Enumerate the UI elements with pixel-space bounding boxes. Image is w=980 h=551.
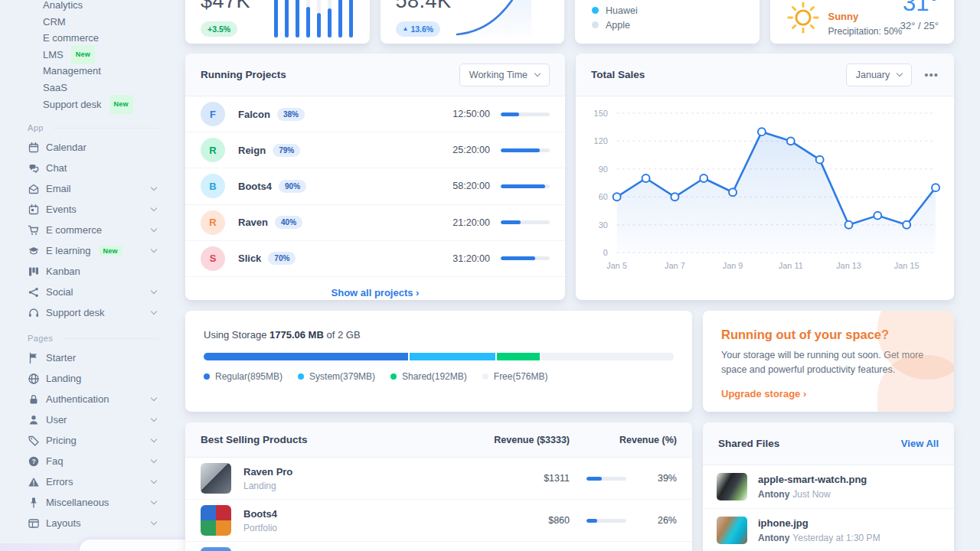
product-row[interactable]: Boots4Portfolio$86026% (185, 500, 692, 542)
total-sales-chart: 0306090120150Jan 5Jan 7Jan 9Jan 11Jan 13… (576, 96, 954, 280)
product-thumbnail (201, 463, 231, 494)
sidebar-item-chat[interactable]: Chat (0, 158, 184, 178)
sidebar-item-miscellaneous[interactable]: Miscellaneous (0, 492, 184, 513)
product-row[interactable]: Raven ProLanding$131139% (185, 458, 692, 500)
legend-label: Free(576MB) (494, 371, 548, 382)
cart-icon (28, 224, 40, 236)
working-time-select[interactable]: Working Time (459, 64, 550, 86)
sidebar-item-errors[interactable]: Errors (0, 471, 184, 492)
project-time: 31:20:00 (452, 253, 490, 264)
progress-bar (501, 184, 550, 188)
kanban-icon (28, 266, 40, 278)
bar (306, 7, 310, 37)
sidebar-item-layouts[interactable]: Layouts (0, 513, 184, 533)
chevron-down-icon (151, 457, 157, 463)
sidebar-item-analytics[interactable]: Analytics (0, 0, 184, 14)
sidebar-item-label: LMS (43, 47, 64, 64)
bar-track (349, 0, 353, 37)
bar-track (338, 0, 342, 37)
more-menu-icon[interactable]: ••• (924, 68, 939, 81)
sidebar-item-e-learning[interactable]: E learningNew (0, 240, 184, 261)
sidebar-item-lms[interactable]: LMSNew (0, 47, 184, 64)
progress-fill (501, 148, 540, 152)
svg-text:60: 60 (599, 192, 608, 201)
svg-text:Jan 7: Jan 7 (665, 261, 685, 270)
legend-label: System(379MB) (309, 371, 375, 382)
month-select[interactable]: January (846, 64, 912, 86)
card-title: Running Projects (201, 69, 286, 80)
section-label-text: App (28, 123, 44, 132)
view-all-link[interactable]: View All (901, 438, 939, 449)
sidebar-item-saas[interactable]: SaaS (0, 80, 184, 96)
product-percent: 39% (626, 473, 677, 484)
chevron-down-icon (151, 519, 157, 525)
divider (62, 338, 158, 339)
project-percent-badge: 38% (277, 108, 305, 121)
storage-title-suffix: of 2 GB (326, 329, 360, 341)
sidebar-item-kanban[interactable]: Kanban (0, 261, 184, 282)
sidebar-item-landing[interactable]: Landing (0, 368, 184, 389)
project-list: FFalcon38%12:50:00RReign79%25:20:00BBoot… (185, 96, 565, 277)
file-row[interactable]: iphone.jpgAntonyYesterday at 1:30 PM (703, 509, 954, 551)
sidebar-item-label: Chat (46, 162, 67, 174)
card-header: Best Selling Products Revenue ($3333) Re… (185, 422, 692, 458)
bar (274, 0, 278, 37)
sidebar-item-e-commerce[interactable]: E commerce (0, 220, 184, 240)
show-all-projects-link[interactable]: Show all projects › (185, 277, 565, 300)
chevron-down-icon (151, 205, 157, 211)
sidebar-item-starter[interactable]: Starter (0, 347, 184, 368)
sidebar-item-calendar[interactable]: Calendar (0, 137, 184, 158)
bar-track (296, 0, 299, 37)
project-row[interactable]: SSlick70%31:20:00 (185, 241, 565, 277)
storage-legend-item-system: System(379MB) (298, 371, 375, 382)
file-name: iphone.jpg (758, 517, 880, 529)
storage-row: Using Storage 1775.06 MB of 2 GB Regular… (185, 311, 954, 412)
sidebar-item-support-desk[interactable]: Support desk (0, 302, 184, 323)
product-row[interactable]: Falcon$53916% (185, 542, 692, 551)
sidebar-item-management[interactable]: Management (0, 63, 184, 80)
sidebar-item-user[interactable]: User (0, 409, 184, 430)
sidebar-item-email[interactable]: Email (0, 178, 184, 199)
sidebar-item-support-desk[interactable]: Support deskNew (0, 96, 184, 113)
card-header: Shared Files View All (703, 422, 954, 465)
revenue-progress-fill (586, 477, 602, 481)
sidebar-item-faq[interactable]: ?Faq (0, 451, 184, 471)
legend-label: Shared(192MB) (402, 371, 467, 382)
sidebar-item-authentication[interactable]: Authentication (0, 389, 184, 409)
bar (328, 8, 332, 37)
upgrade-storage-link[interactable]: Upgrade storage › (721, 388, 806, 399)
project-time: 25:20:00 (452, 145, 490, 155)
project-row[interactable]: BBoots490%58:20:00 (185, 168, 565, 204)
dashboard-content: $47K +3.5% 58.4K ▲ 13.6% (185, 0, 956, 551)
sidebar-item-label: Layouts (46, 517, 81, 529)
progress-fill (501, 256, 535, 260)
chevron-down-icon (151, 478, 157, 484)
file-list: apple-smart-watch.pngAntonyJust Nowiphon… (703, 465, 954, 551)
question-icon: ? (28, 455, 40, 468)
avatar: F (201, 102, 225, 126)
line-chart-svg: 0306090120150Jan 5Jan 7Jan 9Jan 11Jan 13… (580, 103, 948, 277)
svg-text:Jan 15: Jan 15 (894, 261, 920, 270)
legend-item-huawei: Huawei (592, 3, 638, 18)
product-category-link[interactable]: Landing (243, 481, 292, 491)
sidebar-item-social[interactable]: Social (0, 282, 184, 302)
file-row[interactable]: apple-smart-watch.pngAntonyJust Now (703, 465, 954, 509)
sidebar-item-crm[interactable]: CRM (0, 14, 184, 31)
file-thumbnail (717, 473, 747, 500)
project-percent-badge: 79% (273, 144, 300, 157)
mini-bar-chart (274, 0, 353, 37)
sidebar-item-e-commerce[interactable]: E commerce (0, 30, 184, 47)
project-row[interactable]: FFalcon38%12:50:00 (185, 96, 565, 132)
svg-text:0: 0 (603, 248, 608, 257)
sidebar-item-pricing[interactable]: Pricing (0, 430, 184, 451)
product-category-link[interactable]: Portfolio (243, 523, 277, 533)
file-owner: Antony (758, 533, 789, 543)
project-row[interactable]: RRaven40%21:20:00 (185, 205, 565, 241)
sidebar-item-events[interactable]: Events (0, 199, 184, 220)
weather-condition: Sunny (828, 11, 903, 22)
project-row[interactable]: RReign79%25:20:00 (185, 132, 565, 168)
file-thumbnail (717, 517, 747, 544)
column-header-percent: Revenue (%) (570, 435, 677, 445)
legend-dot (204, 373, 210, 380)
legend-dot (592, 7, 599, 14)
